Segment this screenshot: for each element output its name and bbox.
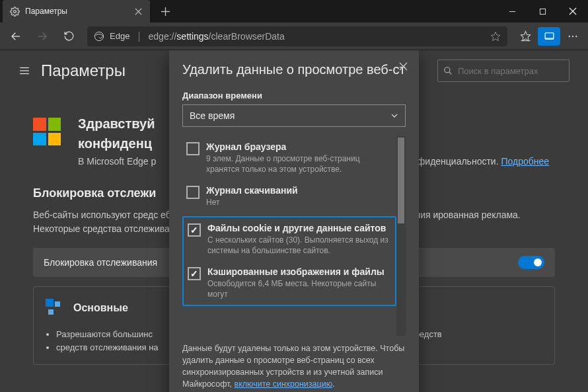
option-desc: 9 элем. Данные о просмотре веб-страниц х… bbox=[206, 153, 392, 175]
back-button[interactable] bbox=[4, 24, 28, 48]
checkbox[interactable] bbox=[188, 223, 201, 237]
clear-data-dialog: Удалить данные о просмотре веб-стра Диап… bbox=[169, 50, 419, 392]
edge-icon bbox=[94, 31, 104, 42]
url-app-label: Edge bbox=[110, 31, 129, 41]
svg-point-19 bbox=[575, 35, 577, 36]
url-separator: | bbox=[137, 30, 140, 42]
checkbox[interactable] bbox=[188, 267, 201, 280]
close-window-button[interactable] bbox=[558, 0, 588, 22]
option-title: Журнал браузера bbox=[206, 141, 392, 152]
vertical-scrollbar[interactable] bbox=[396, 136, 406, 336]
minimize-button[interactable] bbox=[497, 0, 527, 22]
range-label: Диапазон времени bbox=[182, 91, 406, 100]
svg-marker-12 bbox=[491, 32, 499, 40]
svg-rect-6 bbox=[540, 9, 545, 14]
titlebar: Параметры bbox=[0, 0, 588, 22]
browser-tab[interactable]: Параметры bbox=[3, 0, 150, 22]
dialog-close-button[interactable] bbox=[394, 57, 412, 75]
forward-button[interactable] bbox=[30, 24, 54, 48]
svg-point-18 bbox=[572, 35, 573, 36]
tab-title: Параметры bbox=[25, 7, 121, 16]
star-icon[interactable] bbox=[490, 31, 501, 42]
checkbox[interactable] bbox=[186, 142, 200, 155]
navbar: Edge | edge://settings/clearBrowserData bbox=[0, 22, 588, 50]
chevron-down-icon bbox=[390, 112, 398, 120]
time-range-select[interactable]: Все время bbox=[182, 104, 406, 127]
address-bar[interactable]: Edge | edge://settings/clearBrowserData bbox=[87, 26, 507, 46]
svg-point-0 bbox=[13, 10, 16, 13]
tab-close-button[interactable] bbox=[133, 6, 143, 17]
maximize-button[interactable] bbox=[527, 0, 558, 22]
collections-icon[interactable] bbox=[538, 27, 560, 46]
sync-note: Данные будут удалены только на этом устр… bbox=[182, 342, 406, 391]
options-panel: Журнал браузера 9 элем. Данные о просмот… bbox=[182, 136, 406, 336]
option-cache[interactable]: Кэшированные изображения и файлы Освобод… bbox=[184, 261, 395, 305]
url-text: edge://settings/clearBrowserData bbox=[149, 31, 485, 42]
option-desc: Освободится 6,4 МБ места. Некоторые сайт… bbox=[207, 278, 391, 299]
option-desc: Нет bbox=[206, 197, 392, 208]
option-cookies[interactable]: Файлы cookie и другие данные сайтов С не… bbox=[184, 217, 395, 261]
select-value: Все время bbox=[190, 110, 235, 121]
option-history[interactable]: Журнал браузера 9 элем. Данные о просмот… bbox=[182, 136, 396, 180]
settings-icon bbox=[9, 6, 20, 17]
svg-point-17 bbox=[569, 35, 570, 36]
svg-point-11 bbox=[94, 32, 103, 40]
enable-sync-link[interactable]: включите синхронизацию bbox=[235, 379, 333, 389]
page-content: Параметры Здравствуйконфиденц В Microsof… bbox=[0, 50, 588, 392]
window-controls bbox=[497, 0, 588, 22]
dialog-title: Удалить данные о просмотре веб-стра bbox=[182, 62, 406, 77]
favorites-icon[interactable] bbox=[514, 27, 536, 46]
checkbox[interactable] bbox=[186, 186, 200, 199]
option-title: Журнал скачиваний bbox=[206, 185, 392, 196]
refresh-button[interactable] bbox=[57, 24, 81, 48]
option-downloads[interactable]: Журнал скачиваний Нет bbox=[182, 180, 396, 213]
option-title: Кэшированные изображения и файлы bbox=[207, 266, 391, 277]
option-title: Файлы cookie и другие данные сайтов bbox=[207, 223, 391, 233]
option-desc: С нескольких сайтов (30). Выполняется вы… bbox=[207, 235, 391, 256]
svg-marker-13 bbox=[521, 31, 530, 40]
dialog-backdrop: Удалить данные о просмотре веб-стра Диап… bbox=[0, 50, 588, 392]
new-tab-button[interactable] bbox=[154, 0, 176, 22]
more-menu-button[interactable] bbox=[562, 27, 584, 46]
